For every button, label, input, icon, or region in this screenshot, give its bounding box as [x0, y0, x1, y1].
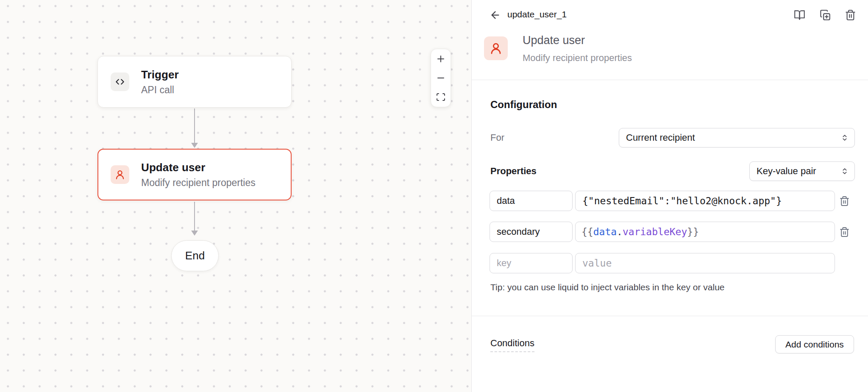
node-subtitle: Modify recipient properties	[141, 176, 256, 189]
node-subtitle: API call	[141, 83, 179, 96]
value-input-empty[interactable]	[575, 253, 835, 273]
trash-icon	[845, 9, 856, 21]
update-user-node[interactable]: Update user Modify recipient properties	[97, 149, 292, 200]
code-icon	[111, 72, 129, 91]
header-divider	[472, 80, 868, 80]
zoom-in-button[interactable]	[431, 49, 451, 68]
zoom-out-button[interactable]	[431, 68, 451, 87]
key-input[interactable]	[490, 222, 573, 242]
docs-button[interactable]	[791, 6, 808, 23]
row-delete-button[interactable]	[837, 225, 851, 239]
zoom-toolbar	[431, 49, 451, 107]
step-hero-icon	[484, 36, 508, 60]
arrowhead-icon	[191, 231, 198, 236]
workflow-canvas[interactable]: Trigger API call Update user Modify reci…	[0, 0, 471, 392]
step-key: update_user_1	[507, 9, 567, 19]
for-select[interactable]: Current recipient	[619, 128, 855, 147]
conditions-heading: Conditions	[490, 338, 534, 352]
step-title: Update user	[523, 33, 585, 47]
add-conditions-button[interactable]: Add conditions	[775, 335, 854, 353]
panel-actions	[791, 6, 859, 23]
value-input[interactable]	[575, 191, 835, 211]
fit-view-button[interactable]	[431, 88, 451, 107]
properties-label: Properties	[490, 166, 537, 177]
user-icon	[489, 42, 503, 55]
row-delete-button[interactable]	[837, 194, 851, 208]
configuration-heading: Configuration	[490, 99, 557, 111]
liquid-open-braces: {{	[581, 226, 593, 237]
trash-icon	[839, 227, 850, 237]
workflow-editor: Trigger API call Update user Modify reci…	[0, 0, 868, 392]
section-divider	[472, 316, 868, 316]
minus-icon	[436, 73, 446, 83]
plus-icon	[436, 54, 446, 64]
chevrons-up-down-icon	[840, 133, 849, 142]
end-node[interactable]: End	[171, 240, 219, 271]
properties-mode-select[interactable]: Key-value pair	[749, 161, 855, 181]
duplicate-icon	[819, 9, 831, 21]
liquid-value-field[interactable]: {{data.variableKey}}	[575, 222, 835, 242]
chevrons-up-down-icon	[840, 167, 849, 176]
trash-icon	[839, 196, 850, 206]
node-title: Trigger	[141, 67, 179, 82]
update-user-node-text: Update user Modify recipient properties	[141, 160, 256, 189]
book-open-icon	[794, 9, 805, 21]
trigger-node-text: Trigger API call	[141, 67, 179, 96]
trigger-node[interactable]: Trigger API call	[97, 56, 292, 108]
liquid-close-braces: }}	[687, 226, 699, 237]
arrow-left-icon	[490, 9, 501, 21]
step-subtitle: Modify recipient properties	[523, 52, 632, 64]
fit-view-icon	[436, 92, 446, 102]
tip-text: Tip: you can use liquid to inject variab…	[490, 282, 725, 292]
liquid-dot: .	[617, 226, 623, 237]
properties-mode-value: Key-value pair	[757, 166, 816, 177]
liquid-object: data	[593, 226, 617, 237]
step-details-panel: update_user_1	[471, 0, 868, 392]
arrowhead-icon	[191, 143, 198, 148]
node-title: Update user	[141, 160, 256, 175]
delete-step-button[interactable]	[842, 6, 859, 23]
for-label: For	[490, 132, 504, 143]
back-button[interactable]	[488, 8, 502, 22]
key-input[interactable]	[490, 191, 573, 211]
for-select-value: Current recipient	[626, 132, 695, 143]
liquid-property: variableKey	[623, 226, 687, 237]
duplicate-button[interactable]	[816, 6, 833, 23]
user-icon	[111, 165, 129, 184]
key-input-empty[interactable]	[490, 253, 573, 273]
